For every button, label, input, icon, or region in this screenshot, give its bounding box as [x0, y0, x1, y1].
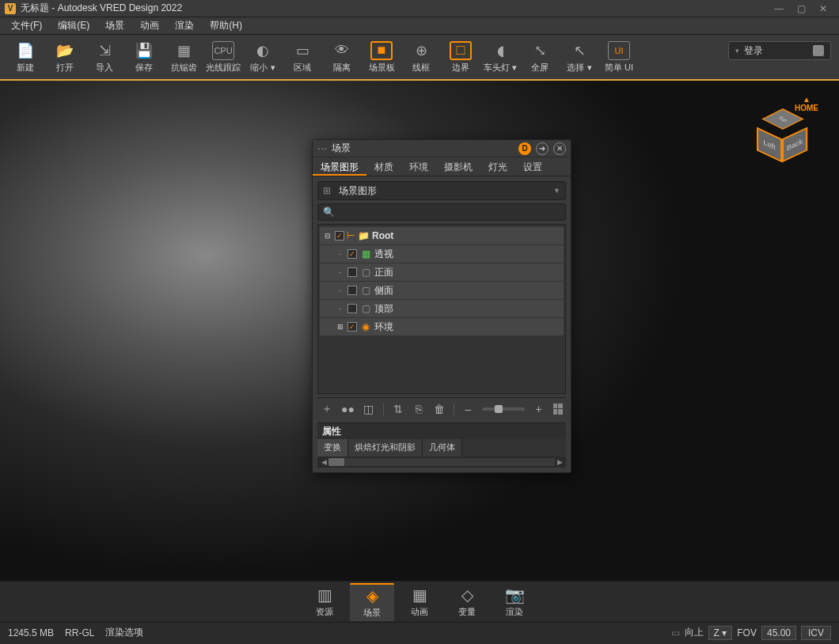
delete-button[interactable]: 🗑 [433, 402, 446, 416]
expander-icon[interactable]: · [336, 286, 345, 294]
tree-row-透视[interactable]: ·▦透视 [320, 245, 564, 263]
expander-icon[interactable]: · [336, 268, 345, 276]
status-bar: 1245.5 MB RR-GL 渲染选项 ▭ 向上 Z ▾ FOV 45.00 … [0, 622, 839, 642]
toolbar-打开[interactable]: 📂打开 [46, 36, 84, 78]
group-button[interactable]: ◫ [363, 402, 375, 416]
toolbar-线框[interactable]: ⊕线框 [402, 36, 440, 78]
viewcube-home[interactable]: HOME [795, 95, 818, 112]
bottom-tab-动画[interactable]: ▦动画 [397, 583, 442, 621]
menu-2[interactable]: 场景 [99, 17, 131, 34]
panel-close-button[interactable]: ✕ [553, 142, 566, 155]
scroll-left-icon[interactable]: ◀ [319, 458, 328, 466]
toolbar-缩小[interactable]: ◐缩小 ▾ [244, 36, 282, 78]
scene-tab-环境[interactable]: 环境 [401, 157, 436, 176]
grid-view-button[interactable] [553, 403, 563, 415]
menu-0[interactable]: 文件(F) [5, 17, 48, 34]
panel-icon: ⋯ [317, 143, 328, 154]
prop-tab-几何体[interactable]: 几何体 [423, 439, 462, 456]
bottom-tab-场景[interactable]: ◈场景 [350, 583, 394, 621]
toolbar-全屏[interactable]: ⤡全屏 [521, 36, 559, 78]
minimize-button[interactable]: — [768, 2, 790, 15]
toolbar-简单 UI[interactable]: UI简单 UI [600, 36, 638, 78]
toolbar-车头灯[interactable]: ◖车头灯 ▾ [481, 36, 519, 78]
render-options-link[interactable]: 渲染选项 [105, 626, 143, 639]
expander-icon[interactable]: ⊟ [323, 232, 332, 240]
panel-d-badge[interactable]: D [518, 142, 531, 155]
prop-tab-烘焙灯光和阴影[interactable]: 烘焙灯光和阴影 [348, 439, 423, 456]
光线跟踪-icon: CPU [212, 41, 234, 60]
toolbar-区域[interactable]: ▭区域 [283, 36, 321, 78]
axis-dropdown[interactable]: Z ▾ [708, 626, 733, 640]
menu-4[interactable]: 渲染 [169, 17, 200, 34]
scroll-right-icon[interactable]: ▶ [555, 458, 564, 466]
zoom-in-icon[interactable]: + [533, 402, 545, 416]
expander-icon[interactable]: ⊞ [336, 323, 345, 331]
scene-search[interactable]: 🔍 [317, 203, 566, 221]
visibility-checkbox[interactable] [347, 322, 357, 331]
viewcube-top-face[interactable]: Top [761, 108, 804, 130]
tree-row-Root[interactable]: ⊟⊢📁Root [320, 227, 564, 244]
visibility-checkbox[interactable] [347, 267, 357, 277]
tree-row-正面[interactable]: ·▢正面 [320, 263, 564, 281]
scene-tab-材质[interactable]: 材质 [366, 157, 401, 176]
fov-input[interactable]: 45.00 [761, 626, 796, 640]
visibility-checkbox[interactable] [347, 249, 357, 259]
duplicate-button[interactable]: ●● [341, 402, 355, 416]
maximize-button[interactable]: ▢ [790, 2, 812, 15]
node-icon: ◉ [359, 321, 372, 332]
tree-row-顶部[interactable]: ·▢顶部 [320, 300, 564, 317]
toolbar-导入[interactable]: ⇲导入 [85, 36, 123, 78]
scene-tab-设置[interactable]: 设置 [515, 157, 550, 176]
close-button[interactable]: ✕ [812, 2, 834, 15]
visibility-checkbox[interactable] [347, 304, 357, 313]
scenegraph-dropdown[interactable]: ⊞ 场景图形 ▼ [317, 181, 566, 200]
viewcube-left-face[interactable]: Left [757, 127, 782, 163]
toolbar-抗锯齿[interactable]: ▦抗锯齿 [165, 36, 203, 78]
bottom-tab-资源[interactable]: ▥资源 [302, 583, 347, 621]
menu-1[interactable]: 编辑(E) [51, 17, 96, 34]
scene-tab-场景图形[interactable]: 场景图形 [313, 157, 366, 176]
tree-row-环境[interactable]: ⊞◉环境 [320, 318, 564, 335]
viewport[interactable]: HOME Top Left Back 安下载 anxz.com ⋯ 场景 D ➜… [0, 81, 839, 581]
menubar: 文件(F)编辑(E)场景动画渲染帮助(H) [0, 17, 839, 35]
scene-search-input[interactable] [338, 206, 560, 218]
变量-icon: ◇ [461, 585, 473, 604]
zoom-slider[interactable] [482, 407, 524, 411]
动画-icon: ▦ [412, 585, 427, 604]
viewcube-back-face[interactable]: Back [782, 127, 807, 163]
toolbar-边界[interactable]: □边界 [442, 36, 480, 78]
viewcube[interactable]: HOME Top Left Back [752, 95, 823, 166]
copy-button[interactable]: ⎘ [412, 402, 425, 416]
panel-undock-button[interactable]: ➜ [536, 142, 549, 155]
properties-scrollbar[interactable]: ◀ ▶ [317, 456, 566, 468]
menu-5[interactable]: 帮助(H) [203, 17, 249, 34]
toolbar-光线跟踪[interactable]: CPU光线跟踪 [204, 36, 242, 78]
move-up-button[interactable]: ⇅ [392, 402, 404, 416]
menu-3[interactable]: 动画 [134, 17, 165, 34]
渲染-icon: 📷 [505, 585, 525, 604]
toolbar-保存[interactable]: 💾保存 [125, 36, 163, 78]
bottom-tab-bar: ▥资源◈场景▦动画◇变量📷渲染 [0, 581, 839, 622]
node-icon: ▢ [359, 267, 372, 278]
bottom-tab-变量[interactable]: ◇变量 [445, 583, 489, 621]
zoom-out-icon[interactable]: – [461, 402, 474, 416]
prop-tab-变换[interactable]: 变换 [317, 439, 348, 456]
toolbar-选择[interactable]: ↖选择 ▾ [560, 36, 598, 78]
node-label: 透视 [374, 248, 393, 261]
app-icon: V [5, 3, 16, 14]
toolbar-隔离[interactable]: 👁隔离 [323, 36, 361, 78]
toolbar-场景板[interactable]: ■场景板 [363, 36, 401, 78]
tree-row-侧面[interactable]: ·▢侧面 [320, 282, 564, 299]
expander-icon[interactable]: · [336, 305, 345, 313]
add-button[interactable]: ＋ [321, 402, 333, 416]
login-dropdown[interactable]: ▾ 登录 [728, 41, 831, 60]
scene-panel-header[interactable]: ⋯ 场景 D ➜ ✕ [313, 140, 571, 157]
bottom-tab-渲染[interactable]: 📷渲染 [492, 583, 537, 621]
expander-icon[interactable]: · [336, 250, 345, 258]
icv-button[interactable]: ICV [801, 626, 831, 640]
scene-tab-摄影机[interactable]: 摄影机 [436, 157, 480, 176]
toolbar-新建[interactable]: 📄新建 [6, 36, 44, 78]
visibility-checkbox[interactable] [347, 286, 357, 295]
scene-tab-灯光[interactable]: 灯光 [480, 157, 515, 176]
visibility-checkbox[interactable] [335, 231, 344, 241]
